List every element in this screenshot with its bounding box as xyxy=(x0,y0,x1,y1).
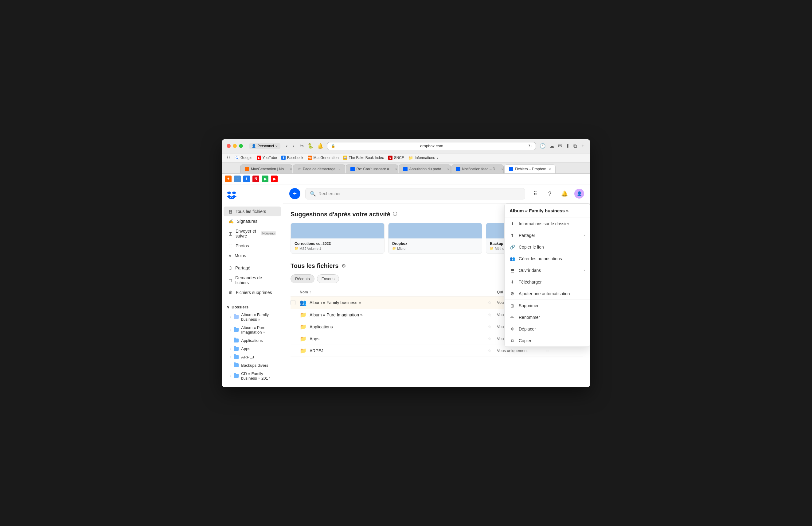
sidebar-item-envoyer[interactable]: ◫ Envoyer et suivre Nouveau xyxy=(223,226,281,241)
context-item-partager[interactable]: ⬆ Partager › xyxy=(505,229,590,241)
tab-page-demarrage-close[interactable]: × xyxy=(338,167,340,171)
fav-netflix[interactable]: N xyxy=(252,176,259,182)
col-star-3[interactable]: ☆ xyxy=(488,324,497,330)
check-col-1[interactable] xyxy=(291,300,300,305)
col-star-1[interactable]: ☆ xyxy=(488,300,497,305)
fullscreen-button[interactable] xyxy=(239,144,243,148)
col-star-5[interactable]: ☆ xyxy=(488,348,497,354)
add-button[interactable]: + xyxy=(289,188,300,199)
tab-cant-unshare-close[interactable]: × xyxy=(395,167,397,171)
bell-button[interactable]: 🔔 xyxy=(560,189,569,198)
context-item-renommer[interactable]: ✏ Renommer xyxy=(505,312,590,323)
bookmark-sncf[interactable]: S SNCF xyxy=(388,155,404,160)
history-button[interactable]: 🕐 xyxy=(540,143,546,149)
tab-fichiers[interactable]: Fichiers – Dropbox × xyxy=(504,165,555,174)
filter-favoris[interactable]: Favoris xyxy=(317,274,339,283)
sidebar-item-moins[interactable]: ∨ Moins xyxy=(223,251,281,260)
context-item-copier-lien[interactable]: 🔗 Copier le lien xyxy=(505,241,590,253)
context-item-ouvrir[interactable]: ⬒ Ouvrir dans › xyxy=(505,265,590,276)
sidebar-label-envoyer: Envoyer et suivre xyxy=(235,229,257,238)
tab-annulation[interactable]: Annulation du parta... × xyxy=(398,165,451,174)
extension-icon[interactable]: 🐍 xyxy=(307,143,314,149)
context-item-info[interactable]: ℹ Informations sur le dossier xyxy=(505,218,590,229)
bookmark-google[interactable]: G Google xyxy=(235,155,252,160)
context-item-copier[interactable]: ⧉ Copier xyxy=(505,335,590,346)
forward-button[interactable]: › xyxy=(291,143,296,149)
tab-macgeneration[interactable]: MacGeneration | No... × xyxy=(240,165,292,174)
context-item-gerer[interactable]: 👥 Gérer les autorisations xyxy=(505,253,590,265)
tab-cant-unshare[interactable]: Re: Can't unshare a... × xyxy=(346,165,398,174)
context-item-deplacer[interactable]: ✥ Déplacer xyxy=(505,323,590,335)
dropbox-tab-favicon-2 xyxy=(403,167,408,171)
fav-facebook[interactable]: f xyxy=(243,176,250,182)
share-button[interactable]: ✉ xyxy=(558,143,562,149)
tabs-bar: MacGeneration | No... × ☆ Page de démarr… xyxy=(222,163,590,174)
sidebar-item-photos[interactable]: ⬚ Photos xyxy=(223,241,281,251)
apps-grid-icon[interactable]: ⠿ xyxy=(227,155,230,161)
sidebar-folder-backups[interactable]: › Backups divers xyxy=(222,361,283,370)
bookmark-informations[interactable]: 📁 Informations ∨ xyxy=(408,155,438,160)
col-star-2[interactable]: ☆ xyxy=(488,312,497,318)
bookmark-youtube[interactable]: ▶ YouTube xyxy=(257,155,277,160)
sidebar-item-supprimes[interactable]: 🗑 Fichiers supprimés xyxy=(223,288,281,297)
tools-icon[interactable]: ✂ xyxy=(300,143,304,149)
profile-button[interactable]: 👤 Personnel ∨ xyxy=(249,143,280,149)
col-star-4[interactable]: ☆ xyxy=(488,336,497,342)
sidebar-item-demandes[interactable]: ◻ Demandes de fichiers xyxy=(223,273,281,288)
close-button[interactable] xyxy=(227,144,231,148)
star-button-5[interactable]: ☆ xyxy=(488,348,492,353)
url-bar[interactable]: 🔒 dropbox.com ↻ xyxy=(327,142,536,150)
grid-apps-button[interactable]: ⠿ xyxy=(530,189,540,198)
tab-macgeneration-close[interactable]: × xyxy=(290,167,292,171)
sidebar-folder-apps[interactable]: › Apps xyxy=(222,345,283,353)
upload-button[interactable]: ⬆ xyxy=(566,143,570,149)
tab-notification-close[interactable]: × xyxy=(502,167,503,171)
fav-youtube[interactable]: ▶ xyxy=(271,176,278,182)
context-item-automatisation[interactable]: ⚙ Ajouter une automatisation xyxy=(505,288,590,300)
search-box[interactable]: 🔍 Rechercher xyxy=(305,188,525,199)
row-checkbox-1[interactable] xyxy=(291,300,295,305)
suggestion-card-1[interactable]: Corrections ed. 2023 📁 MSJ Volume 1 xyxy=(291,223,385,254)
back-button[interactable]: ‹ xyxy=(284,143,289,149)
bookmark-fakebook[interactable]: 📖 The Fake Book Index xyxy=(343,155,384,160)
filter-recents[interactable]: Récents xyxy=(291,274,315,283)
refresh-button[interactable]: ↻ xyxy=(528,144,532,149)
bookmark-facebook[interactable]: f Facebook xyxy=(281,155,303,160)
dossiers-section-title[interactable]: ∨ Dossiers xyxy=(222,301,283,311)
context-item-telecharger[interactable]: ⬇ Télécharger xyxy=(505,276,590,288)
sort-asc-icon: ↑ xyxy=(309,290,311,294)
sidebar-item-partage[interactable]: ⬡ Partagé xyxy=(223,263,281,273)
sidebar-folder-pure-imagination[interactable]: › Album « Pure Imagination » xyxy=(222,324,283,336)
star-button-3[interactable]: ☆ xyxy=(488,325,492,329)
suggestions-info-icon[interactable]: ⓘ xyxy=(393,211,397,217)
duplicate-button[interactable]: ⧉ xyxy=(574,143,577,149)
user-avatar[interactable]: 👤 xyxy=(574,189,584,198)
sidebar-item-signatures[interactable]: ✍ Signatures xyxy=(223,216,281,226)
sidebar-item-tous-les-fichiers[interactable]: ▦ Tous les fichiers xyxy=(223,207,281,216)
minimize-button[interactable] xyxy=(233,144,237,148)
star-button-1[interactable]: ☆ xyxy=(488,300,492,305)
suggestion-card-2[interactable]: Dropbox 📁 Micro xyxy=(388,223,482,254)
tab-annulation-close[interactable]: × xyxy=(448,167,449,171)
tab-fichiers-close[interactable]: × xyxy=(549,167,551,171)
add-tab-button[interactable]: ＋ xyxy=(580,143,585,149)
cloud-button[interactable]: ☁ xyxy=(549,143,554,149)
bookmark-macgeneration[interactable]: Mc MacGeneration xyxy=(308,155,339,160)
col-name-header[interactable]: Nom ↑ xyxy=(300,290,488,294)
help-button[interactable]: ? xyxy=(545,189,555,198)
sidebar-folder-applications[interactable]: › Applications xyxy=(222,336,283,345)
files-settings-button[interactable]: ⚙ xyxy=(342,263,346,269)
folder-icon-4: 📁 xyxy=(300,335,306,342)
sidebar-folder-arpej[interactable]: › ARPEJ xyxy=(222,353,283,361)
context-item-supprimer[interactable]: 🗑 Supprimer xyxy=(505,300,590,312)
sidebar-folder-family-business[interactable]: › Album « Family business » xyxy=(222,311,283,324)
fav-orange[interactable]: ✦ xyxy=(225,176,232,182)
notification-icon[interactable]: 🔔 xyxy=(317,143,323,149)
sidebar-folder-cd-family[interactable]: › CD « Family business » 2017 xyxy=(222,370,283,382)
star-button-2[interactable]: ☆ xyxy=(488,312,492,317)
fav-play[interactable]: ▶ xyxy=(262,176,269,182)
fav-minus[interactable]: − xyxy=(234,176,241,182)
star-button-4[interactable]: ☆ xyxy=(488,336,492,341)
tab-page-demarrage[interactable]: ☆ Page de démarrage × xyxy=(293,165,345,174)
tab-notification[interactable]: Notification feed – D... × xyxy=(451,165,504,174)
